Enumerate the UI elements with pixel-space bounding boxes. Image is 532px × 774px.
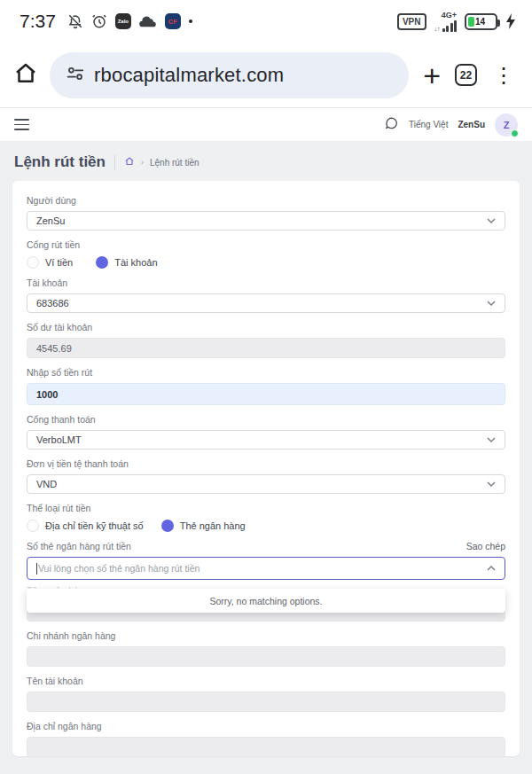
balance-input: 4545.69: [27, 338, 505, 358]
field-balance: Số dư tài khoản 4545.69: [27, 322, 505, 358]
radio-wallet-label: Ví tiền: [45, 257, 73, 268]
hamburger-menu-icon[interactable]: [14, 119, 29, 129]
avatar[interactable]: Z: [495, 113, 518, 137]
amount-label: Nhập số tiền rút: [27, 367, 505, 378]
radio-bank-card-label: Thẻ ngân hàng: [180, 520, 246, 531]
combobox-dropdown: Sorry, no matching options.: [27, 589, 505, 613]
user-label: Người dùng: [27, 195, 505, 206]
user-select[interactable]: ZenSu: [27, 211, 505, 231]
bank-card-placeholder: Vui lòng chọn số thẻ ngân hàng rút tiền: [38, 563, 200, 574]
network-type-label: 4G+: [442, 12, 457, 20]
breadcrumb-home-icon[interactable]: [124, 154, 135, 170]
field-withdraw-gateway: Cổng rút tiền Ví tiền Tài khoản: [27, 239, 505, 269]
breadcrumb-current: Lệnh rút tiền: [150, 158, 200, 168]
radio-wallet[interactable]: Ví tiền: [27, 256, 73, 269]
account-select[interactable]: 683686: [27, 293, 505, 313]
currency-label: Đơn vị tiền tệ thanh toán: [27, 458, 505, 469]
radio-account-label: Tài khoản: [114, 257, 157, 268]
browser-toolbar: rbocapitalmarket.com + 22 ⋮: [0, 43, 532, 108]
balance-label: Số dư tài khoản: [27, 322, 505, 332]
chevron-down-icon: [487, 218, 496, 223]
signal-strength-icon: 4G+ ↓↑: [434, 12, 458, 32]
language-selector[interactable]: Tiếng Việt: [409, 120, 448, 129]
withdrawal-form-card: Người dùng ZenSu Cổng rút tiền Ví tiền T…: [12, 181, 520, 756]
field-currency: Đơn vị tiền tệ thanh toán VND: [27, 458, 505, 494]
chevron-down-icon: [487, 437, 496, 442]
field-bank-address: Địa chỉ ngân hàng: [27, 721, 505, 756]
radio-checked-icon: [161, 520, 174, 532]
chevron-down-icon: [487, 481, 496, 487]
chevron-down-icon: [487, 301, 496, 306]
user-select-value: ZenSu: [36, 215, 65, 226]
home-button[interactable]: [12, 60, 39, 90]
currency-select[interactable]: VND: [27, 474, 505, 494]
radio-crypto-label: Địa chỉ tiền kỹ thuật số: [45, 520, 144, 531]
text-cursor: [36, 563, 37, 575]
field-bank-card-number: Số thẻ ngân hàng rút tiền Sao chép Vui l…: [27, 541, 505, 580]
page-controls-icon[interactable]: [66, 64, 85, 87]
data-arrows: ↓↑: [434, 26, 441, 32]
copy-button[interactable]: Sao chép: [466, 541, 505, 551]
zalo-app-icon: Zalo: [115, 13, 131, 29]
online-status-dot: [511, 129, 519, 137]
bell-muted-icon: [67, 13, 83, 29]
notification-dot: [189, 20, 192, 23]
browser-menu-button[interactable]: ⋮: [488, 63, 520, 88]
chat-icon[interactable]: [385, 116, 399, 134]
page-title-row: Lệnh rút tiền › Lệnh rút tiền: [0, 142, 532, 181]
radio-crypto-address[interactable]: Địa chỉ tiền kỹ thuật số: [27, 520, 144, 532]
field-account-name: Tên tài khoản: [27, 676, 505, 712]
bank-card-combobox[interactable]: Vui lòng chọn số thẻ ngân hàng rút tiền: [27, 557, 505, 580]
withdraw-gateway-label: Cổng rút tiền: [27, 239, 505, 250]
charging-bolt-icon: [505, 13, 516, 29]
field-payment-gateway: Cổng thanh toán VerboLMT: [27, 414, 505, 450]
radio-unchecked-icon: [27, 520, 39, 532]
amount-input[interactable]: 1000: [27, 383, 505, 405]
account-select-value: 683686: [36, 298, 69, 309]
username-label[interactable]: ZenSu: [458, 120, 485, 129]
battery-icon: 14: [465, 13, 497, 30]
url-text[interactable]: rbocapitalmarket.com: [94, 64, 284, 87]
withdraw-type-label: Thể loại rút tiền: [27, 503, 505, 513]
radio-checked-icon: [96, 256, 108, 269]
field-amount: Nhập số tiền rút 1000: [27, 367, 505, 405]
payment-gateway-value: VerboLMT: [36, 434, 82, 445]
tab-switcher-button[interactable]: 22: [455, 64, 477, 86]
payment-gateway-label: Cổng thanh toán: [27, 414, 505, 425]
cf-app-icon: CF: [165, 13, 181, 29]
field-bank-branch: Chi nhánh ngân hàng: [27, 630, 505, 667]
title-divider: [114, 155, 115, 170]
chevron-up-icon: [487, 566, 496, 571]
avatar-initial: Z: [504, 120, 510, 130]
field-account: Tài khoản 683686: [27, 278, 505, 313]
account-name-input: [27, 692, 505, 712]
field-user: Người dùng ZenSu: [27, 195, 505, 231]
bank-address-input: [27, 737, 505, 756]
bank-branch-input: [27, 646, 505, 667]
battery-percent: 14: [475, 17, 485, 27]
breadcrumb: › Lệnh rút tiền: [124, 154, 200, 170]
bank-branch-label: Chi nhánh ngân hàng: [27, 630, 505, 641]
clock-time: 7:37: [20, 11, 56, 32]
payment-gateway-select[interactable]: VerboLMT: [27, 430, 505, 450]
radio-bank-card[interactable]: Thẻ ngân hàng: [161, 520, 246, 532]
site-header: Tiếng Việt ZenSu Z: [0, 108, 532, 142]
status-bar: 7:37 Zalo CF VPN 4G+ ↓↑: [0, 0, 532, 43]
breadcrumb-separator: ›: [141, 158, 144, 167]
field-withdraw-type: Thể loại rút tiền Địa chỉ tiền kỹ thuật …: [27, 503, 505, 532]
radio-unchecked-icon: [27, 256, 39, 269]
no-options-message: Sorry, no matching options.: [209, 596, 322, 606]
page-title: Lệnh rút tiền: [14, 153, 106, 171]
cloud-icon: [139, 15, 157, 28]
currency-value: VND: [36, 479, 57, 489]
alarm-clock-icon: [91, 13, 107, 29]
bank-address-label: Địa chỉ ngân hàng: [27, 721, 505, 731]
radio-account[interactable]: Tài khoản: [96, 256, 157, 269]
new-tab-button[interactable]: +: [419, 60, 444, 90]
bank-card-label: Số thẻ ngân hàng rút tiền: [27, 541, 131, 551]
account-label: Tài khoản: [27, 278, 505, 288]
address-bar[interactable]: rbocapitalmarket.com: [50, 52, 409, 98]
account-name-label: Tên tài khoản: [27, 676, 505, 686]
vpn-badge: VPN: [397, 13, 426, 30]
